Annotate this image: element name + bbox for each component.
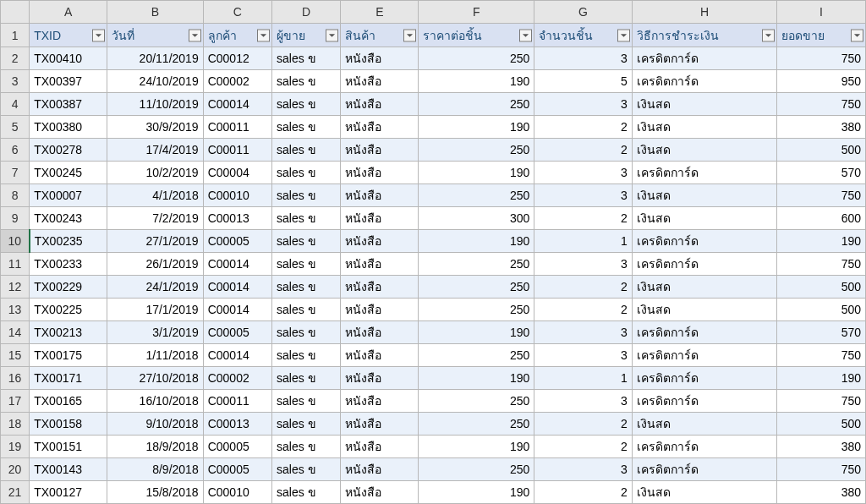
cell[interactable]: 250	[419, 184, 534, 207]
cell[interactable]: 250	[419, 276, 534, 299]
cell[interactable]: 2	[534, 116, 633, 139]
cell[interactable]: เครดิตการ์ด	[632, 344, 776, 367]
cell[interactable]: หนังสือ	[341, 344, 419, 367]
cell[interactable]: เครดิตการ์ด	[632, 253, 776, 276]
cell[interactable]: TX00175	[30, 344, 107, 367]
cell[interactable]: sales ข	[271, 344, 340, 367]
cell[interactable]: หนังสือ	[341, 93, 419, 116]
cell[interactable]: 250	[419, 344, 534, 367]
filter-dropdown-icon[interactable]	[762, 29, 775, 41]
cell[interactable]: 17/4/2019	[107, 139, 203, 162]
cell[interactable]: 380	[777, 116, 866, 139]
row-header[interactable]: 18	[1, 413, 30, 436]
cell[interactable]: 24/1/2019	[107, 276, 203, 299]
cell[interactable]: 500	[777, 413, 866, 436]
cell[interactable]: หนังสือ	[341, 184, 419, 207]
row-header[interactable]: 5	[1, 116, 30, 139]
cell[interactable]: sales ข	[271, 253, 340, 276]
header-cell[interactable]: วิธีการชำระเงิน	[632, 24, 776, 47]
cell[interactable]: C00013	[203, 207, 271, 230]
cell[interactable]: sales ข	[271, 70, 340, 93]
cell[interactable]: sales ข	[271, 299, 340, 321]
cell[interactable]: C00011	[203, 390, 271, 413]
column-header-I[interactable]: I	[777, 1, 866, 24]
row-header[interactable]: 3	[1, 70, 30, 93]
cell[interactable]: 2	[534, 436, 633, 458]
header-cell[interactable]: ลูกค้า	[203, 24, 271, 47]
cell[interactable]: 2	[534, 207, 633, 230]
cell[interactable]: 3	[534, 93, 633, 116]
cell[interactable]: C00013	[203, 413, 271, 436]
cell[interactable]: หนังสือ	[341, 70, 419, 93]
cell[interactable]: เงินสด	[632, 299, 776, 321]
header-cell[interactable]: TXID	[30, 24, 107, 47]
cell[interactable]: C00002	[203, 70, 271, 93]
cell[interactable]: 4/1/2018	[107, 184, 203, 207]
cell[interactable]: 750	[777, 184, 866, 207]
cell[interactable]: 250	[419, 253, 534, 276]
cell[interactable]: 2	[534, 481, 633, 504]
cell[interactable]: 3	[534, 184, 633, 207]
filter-dropdown-icon[interactable]	[189, 29, 201, 41]
cell[interactable]: sales ข	[271, 413, 340, 436]
cell[interactable]: 2	[534, 299, 633, 321]
header-cell[interactable]: ผู้ขาย	[271, 24, 340, 47]
row-header[interactable]: 20	[1, 458, 30, 481]
header-cell[interactable]: สินค้า	[341, 24, 419, 47]
cell[interactable]: หนังสือ	[341, 481, 419, 504]
cell[interactable]: C00005	[203, 436, 271, 458]
cell[interactable]: TX00410	[30, 47, 107, 70]
cell[interactable]: 3	[534, 390, 633, 413]
cell[interactable]: 11/10/2019	[107, 93, 203, 116]
cell[interactable]: หนังสือ	[341, 321, 419, 344]
cell[interactable]: 250	[419, 139, 534, 162]
cell[interactable]: C00002	[203, 367, 271, 390]
cell[interactable]: 2	[534, 139, 633, 162]
cell[interactable]: หนังสือ	[341, 230, 419, 253]
cell[interactable]: sales ข	[271, 93, 340, 116]
cell[interactable]: 250	[419, 458, 534, 481]
cell[interactable]: 250	[419, 390, 534, 413]
cell[interactable]: 1	[534, 367, 633, 390]
cell[interactable]: หนังสือ	[341, 139, 419, 162]
cell[interactable]: เงินสด	[632, 184, 776, 207]
row-header[interactable]: 1	[1, 24, 30, 47]
cell[interactable]: หนังสือ	[341, 253, 419, 276]
cell[interactable]: C00005	[203, 321, 271, 344]
cell[interactable]: sales ข	[271, 162, 340, 184]
cell[interactable]: sales ข	[271, 207, 340, 230]
cell[interactable]: หนังสือ	[341, 162, 419, 184]
row-header[interactable]: 11	[1, 253, 30, 276]
cell[interactable]: หนังสือ	[341, 367, 419, 390]
cell[interactable]: TX00213	[30, 321, 107, 344]
column-header-C[interactable]: C	[203, 1, 271, 24]
cell[interactable]: sales ข	[271, 47, 340, 70]
cell[interactable]: 3	[534, 344, 633, 367]
cell[interactable]: 190	[419, 70, 534, 93]
cell[interactable]: TX00158	[30, 413, 107, 436]
row-header[interactable]: 19	[1, 436, 30, 458]
row-header[interactable]: 21	[1, 481, 30, 504]
cell[interactable]: 500	[777, 299, 866, 321]
cell[interactable]: เครดิตการ์ด	[632, 47, 776, 70]
cell[interactable]: 500	[777, 276, 866, 299]
cell[interactable]: 18/9/2018	[107, 436, 203, 458]
cell[interactable]: 250	[419, 413, 534, 436]
cell[interactable]: 190	[419, 321, 534, 344]
cell[interactable]: TX00245	[30, 162, 107, 184]
cell[interactable]: 750	[777, 47, 866, 70]
cell[interactable]: 750	[777, 253, 866, 276]
cell[interactable]: TX00143	[30, 458, 107, 481]
cell[interactable]: 190	[419, 367, 534, 390]
cell[interactable]: 3	[534, 321, 633, 344]
cell[interactable]: 24/10/2019	[107, 70, 203, 93]
column-header-B[interactable]: B	[107, 1, 203, 24]
cell[interactable]: 5	[534, 70, 633, 93]
spreadsheet-table[interactable]: ABCDEFGHI 1 TXIDวันที่ลูกค้าผู้ขายสินค้า…	[0, 0, 866, 504]
cell[interactable]: sales ข	[271, 367, 340, 390]
cell[interactable]: หนังสือ	[341, 207, 419, 230]
cell[interactable]: 7/2/2019	[107, 207, 203, 230]
cell[interactable]: 9/10/2018	[107, 413, 203, 436]
row-header[interactable]: 15	[1, 344, 30, 367]
row-header[interactable]: 12	[1, 276, 30, 299]
